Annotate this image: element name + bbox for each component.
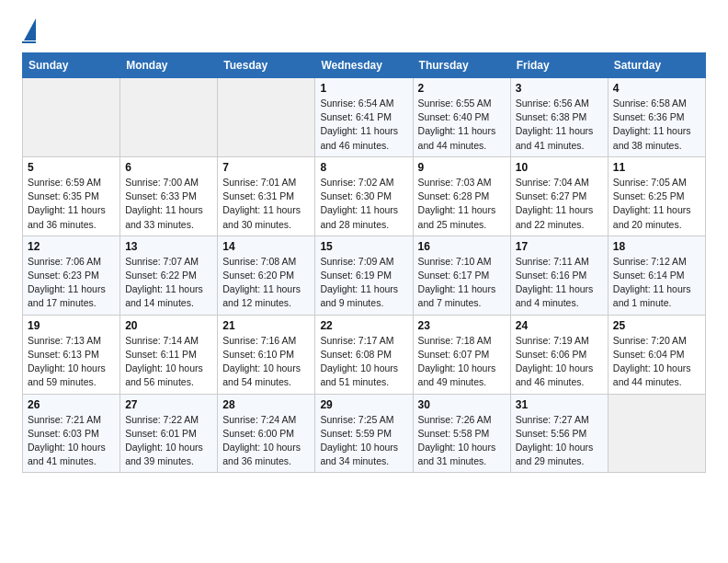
calendar-day-cell: 29Sunrise: 7:25 AMSunset: 5:59 PMDayligh…	[315, 394, 413, 473]
day-of-week-header: Tuesday	[218, 53, 315, 78]
page-header	[22, 18, 706, 43]
calendar-week-row: 26Sunrise: 7:21 AMSunset: 6:03 PMDayligh…	[23, 394, 706, 473]
day-number: 14	[222, 240, 310, 253]
day-number: 24	[516, 319, 603, 332]
day-number: 11	[613, 161, 700, 174]
calendar-day-cell: 10Sunrise: 7:04 AMSunset: 6:27 PMDayligh…	[510, 156, 608, 236]
day-info: Sunrise: 7:27 AMSunset: 5:56 PMDaylight:…	[516, 413, 603, 469]
day-info: Sunrise: 7:01 AMSunset: 6:31 PMDaylight:…	[222, 176, 310, 232]
day-number: 16	[418, 240, 506, 253]
day-number: 17	[516, 240, 603, 253]
calendar-day-cell: 8Sunrise: 7:02 AMSunset: 6:30 PMDaylight…	[315, 156, 413, 236]
day-number: 23	[418, 319, 506, 332]
calendar-day-cell: 3Sunrise: 6:56 AMSunset: 6:38 PMDaylight…	[510, 78, 608, 157]
calendar-day-cell: 28Sunrise: 7:24 AMSunset: 6:00 PMDayligh…	[218, 394, 315, 473]
calendar-day-cell: 24Sunrise: 7:19 AMSunset: 6:06 PMDayligh…	[510, 315, 608, 394]
calendar-day-cell: 1Sunrise: 6:54 AMSunset: 6:41 PMDaylight…	[315, 78, 413, 157]
day-info: Sunrise: 7:04 AMSunset: 6:27 PMDaylight:…	[516, 176, 603, 232]
day-number: 30	[418, 398, 506, 411]
calendar-day-cell: 6Sunrise: 7:00 AMSunset: 6:33 PMDaylight…	[120, 156, 218, 236]
calendar-day-cell: 23Sunrise: 7:18 AMSunset: 6:07 PMDayligh…	[413, 315, 510, 394]
day-number: 8	[320, 161, 407, 174]
calendar-day-cell: 20Sunrise: 7:14 AMSunset: 6:11 PMDayligh…	[120, 315, 218, 394]
calendar-day-cell: 14Sunrise: 7:08 AMSunset: 6:20 PMDayligh…	[218, 236, 315, 315]
calendar-week-row: 12Sunrise: 7:06 AMSunset: 6:23 PMDayligh…	[23, 236, 706, 315]
calendar-day-cell: 27Sunrise: 7:22 AMSunset: 6:01 PMDayligh…	[120, 394, 218, 473]
day-number: 21	[222, 319, 310, 332]
day-info: Sunrise: 7:22 AMSunset: 6:01 PMDaylight:…	[125, 413, 212, 469]
calendar-table: SundayMondayTuesdayWednesdayThursdayFrid…	[22, 52, 706, 473]
calendar-week-row: 1Sunrise: 6:54 AMSunset: 6:41 PMDaylight…	[23, 78, 706, 157]
calendar-header-row: SundayMondayTuesdayWednesdayThursdayFrid…	[23, 53, 706, 78]
day-info: Sunrise: 7:10 AMSunset: 6:17 PMDaylight:…	[418, 255, 506, 311]
day-info: Sunrise: 6:59 AMSunset: 6:35 PMDaylight:…	[28, 176, 115, 232]
day-info: Sunrise: 7:24 AMSunset: 6:00 PMDaylight:…	[222, 413, 310, 469]
day-info: Sunrise: 7:12 AMSunset: 6:14 PMDaylight:…	[613, 255, 700, 311]
day-number: 28	[222, 398, 310, 411]
calendar-week-row: 5Sunrise: 6:59 AMSunset: 6:35 PMDaylight…	[23, 156, 706, 236]
calendar-day-cell: 19Sunrise: 7:13 AMSunset: 6:13 PMDayligh…	[23, 315, 120, 394]
day-info: Sunrise: 7:06 AMSunset: 6:23 PMDaylight:…	[28, 255, 115, 311]
day-info: Sunrise: 7:11 AMSunset: 6:16 PMDaylight:…	[516, 255, 603, 311]
day-number: 29	[320, 398, 407, 411]
day-of-week-header: Friday	[510, 53, 608, 78]
day-info: Sunrise: 7:25 AMSunset: 5:59 PMDaylight:…	[320, 413, 407, 469]
day-number: 1	[320, 82, 407, 95]
day-info: Sunrise: 7:00 AMSunset: 6:33 PMDaylight:…	[125, 176, 212, 232]
day-info: Sunrise: 6:55 AMSunset: 6:40 PMDaylight:…	[418, 97, 506, 153]
day-info: Sunrise: 7:18 AMSunset: 6:07 PMDaylight:…	[418, 334, 506, 390]
day-of-week-header: Monday	[120, 53, 218, 78]
day-number: 10	[516, 161, 603, 174]
calendar-day-cell: 26Sunrise: 7:21 AMSunset: 6:03 PMDayligh…	[23, 394, 120, 473]
day-info: Sunrise: 7:20 AMSunset: 6:04 PMDaylight:…	[613, 334, 700, 390]
calendar-day-cell: 22Sunrise: 7:17 AMSunset: 6:08 PMDayligh…	[315, 315, 413, 394]
day-number: 19	[28, 319, 115, 332]
day-number: 5	[28, 161, 115, 174]
day-number: 3	[516, 82, 603, 95]
day-number: 4	[613, 82, 700, 95]
day-info: Sunrise: 7:16 AMSunset: 6:10 PMDaylight:…	[222, 334, 310, 390]
calendar-day-cell: 7Sunrise: 7:01 AMSunset: 6:31 PMDaylight…	[218, 156, 315, 236]
day-of-week-header: Wednesday	[315, 53, 413, 78]
calendar-day-cell: 5Sunrise: 6:59 AMSunset: 6:35 PMDaylight…	[23, 156, 120, 236]
calendar-day-cell	[120, 78, 218, 157]
day-of-week-header: Saturday	[608, 53, 705, 78]
day-of-week-header: Thursday	[413, 53, 510, 78]
calendar-day-cell	[608, 394, 705, 473]
calendar-day-cell: 17Sunrise: 7:11 AMSunset: 6:16 PMDayligh…	[510, 236, 608, 315]
logo	[22, 18, 36, 43]
day-info: Sunrise: 6:56 AMSunset: 6:38 PMDaylight:…	[516, 97, 603, 153]
day-number: 25	[613, 319, 700, 332]
calendar-day-cell: 12Sunrise: 7:06 AMSunset: 6:23 PMDayligh…	[23, 236, 120, 315]
day-number: 7	[222, 161, 310, 174]
day-info: Sunrise: 7:02 AMSunset: 6:30 PMDaylight:…	[320, 176, 407, 232]
day-number: 2	[418, 82, 506, 95]
day-number: 13	[125, 240, 212, 253]
calendar-day-cell: 18Sunrise: 7:12 AMSunset: 6:14 PMDayligh…	[608, 236, 705, 315]
day-number: 27	[125, 398, 212, 411]
logo-triangle-icon	[24, 18, 36, 40]
day-number: 6	[125, 161, 212, 174]
day-info: Sunrise: 7:05 AMSunset: 6:25 PMDaylight:…	[613, 176, 700, 232]
day-number: 22	[320, 319, 407, 332]
calendar-day-cell	[23, 78, 120, 157]
day-info: Sunrise: 7:21 AMSunset: 6:03 PMDaylight:…	[28, 413, 115, 469]
calendar-day-cell: 2Sunrise: 6:55 AMSunset: 6:40 PMDaylight…	[413, 78, 510, 157]
day-info: Sunrise: 7:13 AMSunset: 6:13 PMDaylight:…	[28, 334, 115, 390]
day-number: 9	[418, 161, 506, 174]
day-info: Sunrise: 7:09 AMSunset: 6:19 PMDaylight:…	[320, 255, 407, 311]
day-info: Sunrise: 7:17 AMSunset: 6:08 PMDaylight:…	[320, 334, 407, 390]
calendar-day-cell: 31Sunrise: 7:27 AMSunset: 5:56 PMDayligh…	[510, 394, 608, 473]
calendar-day-cell: 16Sunrise: 7:10 AMSunset: 6:17 PMDayligh…	[413, 236, 510, 315]
day-info: Sunrise: 6:54 AMSunset: 6:41 PMDaylight:…	[320, 97, 407, 153]
day-info: Sunrise: 7:14 AMSunset: 6:11 PMDaylight:…	[125, 334, 212, 390]
calendar-day-cell: 21Sunrise: 7:16 AMSunset: 6:10 PMDayligh…	[218, 315, 315, 394]
day-info: Sunrise: 6:58 AMSunset: 6:36 PMDaylight:…	[613, 97, 700, 153]
day-info: Sunrise: 7:08 AMSunset: 6:20 PMDaylight:…	[222, 255, 310, 311]
calendar-day-cell: 11Sunrise: 7:05 AMSunset: 6:25 PMDayligh…	[608, 156, 705, 236]
day-number: 12	[28, 240, 115, 253]
day-number: 20	[125, 319, 212, 332]
calendar-day-cell: 15Sunrise: 7:09 AMSunset: 6:19 PMDayligh…	[315, 236, 413, 315]
day-number: 15	[320, 240, 407, 253]
calendar-day-cell	[218, 78, 315, 157]
